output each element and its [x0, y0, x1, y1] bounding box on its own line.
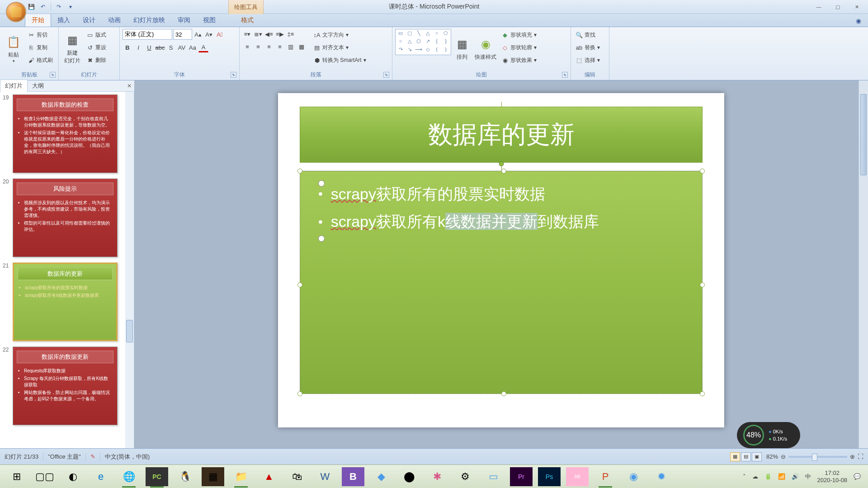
quick-styles-button[interactable]: ◉快速样式	[473, 29, 498, 69]
taskbar-chrome[interactable]: 🌐	[118, 467, 140, 486]
taskbar-photoshop[interactable]: Ps	[538, 467, 561, 486]
task-view-button[interactable]: ▢▢	[33, 467, 56, 486]
columns-button[interactable]: ▥	[286, 42, 296, 52]
clear-format-button[interactable]: Aͯ	[215, 29, 225, 39]
find-button[interactable]: 🔍查找	[574, 29, 602, 41]
bullets-button[interactable]: ≡▾	[242, 29, 252, 39]
taskbar-app-b[interactable]: B	[342, 467, 364, 486]
status-language[interactable]: 中文(简体，中国)	[105, 453, 150, 461]
tray-volume-icon[interactable]: 🔊	[792, 473, 799, 480]
sel-handle-tl[interactable]	[297, 169, 302, 174]
shape-effects-button[interactable]: ◉形状效果 ▾	[500, 54, 538, 66]
sel-handle-bc[interactable]	[501, 391, 506, 396]
clipboard-launcher[interactable]: ⬊	[50, 72, 56, 78]
panel-tab-outline[interactable]: 大纲	[28, 80, 48, 92]
cut-button[interactable]: ✂剪切	[26, 29, 55, 41]
taskbar-app-5[interactable]: ▭	[482, 467, 505, 486]
tab-slideshow[interactable]: 幻灯片放映	[127, 14, 171, 27]
font-color-button[interactable]: A	[198, 42, 208, 52]
text-direction-button[interactable]: ↕A文字方向 ▾	[311, 29, 368, 41]
shadow-button[interactable]: S	[166, 42, 176, 52]
panel-tab-slides[interactable]: 幻灯片	[0, 80, 28, 92]
paste-button[interactable]: 📋 粘贴 ▾	[3, 29, 24, 69]
qat-redo[interactable]: ↷	[55, 3, 63, 11]
taskbar-app-2[interactable]: ▦	[202, 467, 224, 486]
sidebar-scrollbar[interactable]	[125, 92, 134, 472]
spellcheck-icon[interactable]: ✎	[90, 453, 95, 460]
reset-button[interactable]: ↺重设	[85, 42, 108, 53]
bold-button[interactable]: B	[123, 42, 132, 52]
layout-button[interactable]: ▭版式	[85, 29, 108, 41]
underline-button[interactable]: U	[144, 42, 154, 52]
tray-onedrive-icon[interactable]: ☁	[752, 473, 758, 480]
slide-title-box[interactable]: 数据库的更新	[300, 107, 703, 163]
indent-button[interactable]: ≡▶	[275, 29, 285, 39]
slide-thumbnail-19[interactable]: 数据库数据的检查 检查1分钟数据是否完全，个别在收盘前几分钟数据系统数据设更新，…	[13, 94, 118, 173]
sel-handle-ml[interactable]	[297, 282, 302, 287]
qat-customize[interactable]: ▾	[66, 3, 75, 11]
smartart-button[interactable]: ⬢转换为 SmartArt ▾	[311, 54, 368, 66]
tab-insert[interactable]: 插入	[51, 14, 76, 27]
taskbar-pycharm[interactable]: PC	[146, 467, 168, 486]
slide-content-box[interactable]: scrapy获取所有的股票实时数据 scrapy获取所有k线数据并更新到数据库	[300, 171, 703, 394]
sel-handle-tc[interactable]	[501, 169, 506, 174]
taskbar-app-1[interactable]: ◐	[61, 467, 84, 486]
panel-close[interactable]: ✕	[127, 83, 132, 89]
tray-ime[interactable]: 中	[805, 473, 811, 481]
taskbar-premiere[interactable]: Pr	[510, 467, 533, 486]
slide-thumbnail-22[interactable]: 数据库的数据更新 Requests库获取数据Scrapy 每天的1分钟数据获取，…	[13, 347, 118, 425]
taskbar-bilibili[interactable]: bili	[566, 467, 589, 486]
new-slide-button[interactable]: ▦ 新建 幻灯片	[61, 29, 83, 69]
taskbar-edge[interactable]: e	[90, 467, 112, 486]
font-size-select[interactable]	[173, 29, 192, 40]
sidebar-scroll-thumb[interactable]	[126, 320, 133, 343]
qat-undo[interactable]: ↶	[39, 3, 47, 11]
start-button[interactable]: ⊞	[5, 467, 28, 486]
slide-thumbnails-panel[interactable]: 19 数据库数据的检查 检查1分钟数据是否完全，个别在收盘前几分钟数据系统数据设…	[0, 92, 134, 472]
arrange-button[interactable]: ▦排列	[453, 29, 472, 69]
line-spacing-button[interactable]: ‡≡	[286, 29, 296, 39]
office-button[interactable]	[6, 2, 26, 22]
align-text-button[interactable]: ▤对齐文本 ▾	[311, 42, 368, 53]
grow-font-button[interactable]: A▴	[193, 29, 203, 39]
help-icon[interactable]: ◉	[854, 15, 863, 27]
network-monitor-widget[interactable]: 48% 0K/s 0.1K/s	[737, 422, 800, 448]
zoom-in-button[interactable]: ⊕	[850, 453, 855, 460]
taskbar-store[interactable]: 🛍	[286, 467, 308, 486]
italic-button[interactable]: I	[133, 42, 143, 52]
slide-canvas[interactable]: 数据库的更新 scrapy获取所有的股票实时数据 scrap	[278, 93, 724, 427]
tab-format[interactable]: 格式	[235, 14, 260, 27]
delete-slide-button[interactable]: ✖删除	[85, 54, 108, 66]
tab-view[interactable]: 视图	[197, 14, 222, 27]
editor-scroll-thumb[interactable]	[860, 94, 867, 175]
shape-fill-button[interactable]: ◆形状填充 ▾	[500, 29, 538, 41]
editor-scrollbar[interactable]	[859, 80, 868, 452]
copy-button[interactable]: ⎘复制	[26, 42, 55, 53]
replace-button[interactable]: ab替换 ▾	[574, 42, 602, 53]
align-left-button[interactable]: ≡	[242, 42, 252, 52]
bullet-1[interactable]: scrapy获取所有的股票实时数据	[318, 180, 684, 208]
tab-design[interactable]: 设计	[76, 14, 102, 27]
tray-battery-icon[interactable]: 🔋	[764, 473, 772, 480]
font-launcher[interactable]: ⬊	[231, 72, 236, 78]
view-normal-button[interactable]: ▦	[730, 452, 740, 461]
taskbar-app-7[interactable]: ✹	[650, 467, 673, 486]
taskbar-powerpoint[interactable]: P	[594, 467, 617, 486]
view-sorter-button[interactable]: ▤	[741, 452, 751, 461]
tab-review[interactable]: 审阅	[171, 14, 197, 27]
numbering-button[interactable]: ≣▾	[253, 29, 263, 39]
sel-handle-bl[interactable]	[297, 391, 302, 396]
case-button[interactable]: Aa	[188, 42, 198, 52]
taskbar-acrobat[interactable]: ▲	[258, 467, 280, 486]
taskbar-settings[interactable]: ⚙	[454, 467, 476, 486]
minimize-button[interactable]: —	[810, 2, 828, 12]
shrink-font-button[interactable]: A▾	[204, 29, 214, 39]
view-show-button[interactable]: ▣	[752, 452, 762, 461]
zoom-out-button[interactable]: ⊖	[781, 453, 786, 460]
shape-gallery[interactable]: ▭▢╲△○⬠ ○△⬡↗{} ↷↘⟶◇()	[395, 29, 451, 55]
zoom-slider[interactable]	[788, 456, 847, 458]
taskbar-word[interactable]: W	[314, 467, 336, 486]
slide-thumbnail-21[interactable]: 数据库的更新 scrapy获取所有的股票实时数据scrapy获取所有k线数据并更…	[13, 263, 118, 341]
fit-window-button[interactable]: ⛶	[858, 453, 863, 460]
tray-wifi-icon[interactable]: 📶	[778, 473, 785, 480]
